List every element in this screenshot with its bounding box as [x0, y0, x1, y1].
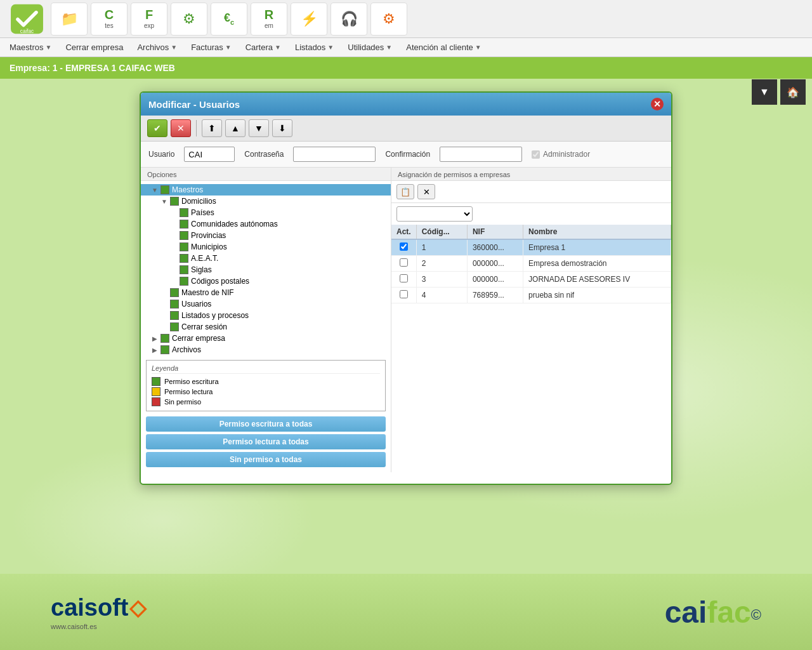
tree-item-maestros[interactable]: ▼ Maestros: [141, 184, 391, 196]
rem-icon: R: [265, 8, 273, 21]
caisoft-logo: caisoft ◇ www.caisoft.es: [51, 594, 146, 630]
tree-item-listados[interactable]: Listados y procesos: [141, 310, 391, 321]
empresa-dropdown[interactable]: [396, 206, 473, 222]
caifac-logo-icon: caifac: [10, 3, 44, 35]
menu-cerrar-empresa[interactable]: Cerrar empresa: [59, 40, 129, 55]
menu-cartera[interactable]: Cartera ▼: [239, 40, 287, 55]
settings2-button[interactable]: ⚙: [370, 3, 407, 36]
chk-municipios[interactable]: [180, 242, 188, 251]
expand-cerrarempresa-icon: ▶: [150, 334, 159, 343]
x-icon: ✕: [177, 123, 185, 133]
menu-archivos[interactable]: Archivos ▼: [131, 40, 183, 55]
ctes-button[interactable]: C tes: [91, 3, 128, 36]
last-record-button[interactable]: ⬇: [272, 119, 292, 137]
row1-nombre: Empresa 1: [523, 239, 671, 256]
cancel-button[interactable]: ✕: [171, 119, 191, 137]
action-buttons: Permiso escritura a todas Permiso lectur…: [141, 416, 391, 472]
row3-act: [391, 272, 416, 288]
caisoft-url: www.caisoft.es: [51, 623, 97, 630]
tree-item-cerrar-sesion[interactable]: Cerrar sesión: [141, 321, 391, 333]
opciones-title: Opciones: [141, 168, 391, 181]
administrador-checkbox[interactable]: [532, 150, 540, 159]
legend-escritura-label: Permiso escritura: [164, 378, 219, 385]
tree-item-comunidades[interactable]: Comunidades autónomas: [141, 218, 391, 230]
chk-provincias[interactable]: [180, 231, 188, 240]
tree-item-cerrar-empresa[interactable]: ▶ Cerrar empresa: [141, 333, 391, 344]
main-area: Modificar - Usuarios ✕ ✔ ✕ ⬆ ▲ ▼ ⬇: [0, 79, 812, 599]
facturas-arrow: ▼: [225, 44, 232, 51]
ctes-label: tes: [105, 22, 113, 29]
nav-dropdown-icon: ▼: [759, 86, 769, 98]
expand-domicilios-icon: ▼: [160, 197, 169, 206]
fexp-button[interactable]: F exp: [131, 3, 167, 36]
euro-icon: €c: [224, 12, 234, 26]
confirmacion-label: Confirmación: [385, 150, 430, 159]
menu-atencion[interactable]: Atención al cliente ▼: [400, 40, 487, 55]
chk-cerrar-sesion[interactable]: [170, 322, 179, 331]
chk-aeat[interactable]: [180, 254, 188, 263]
administrador-checkbox-group: Administrador: [532, 150, 590, 159]
chk-archivos[interactable]: [160, 345, 169, 354]
tree-item-usuarios[interactable]: Usuarios: [141, 298, 391, 310]
tree-item-siglas[interactable]: Siglas: [141, 264, 391, 275]
perm-escritura-todas-button[interactable]: Permiso escritura a todas: [146, 416, 386, 432]
sin-permiso-todas-button[interactable]: Sin permiso a todas: [146, 452, 386, 467]
first-record-button[interactable]: ⬆: [202, 119, 222, 137]
menu-listados[interactable]: Listados ▼: [289, 40, 340, 55]
permissions-tree[interactable]: ▼ Maestros ▼ Domicilios Países: [141, 181, 391, 355]
contrasena-input[interactable]: [293, 147, 376, 162]
nav-dropdown-button[interactable]: ▼: [752, 79, 777, 105]
tree-item-paises[interactable]: Países: [141, 207, 391, 218]
chk-usuarios[interactable]: [170, 300, 179, 308]
nav-home-button[interactable]: 🏠: [780, 79, 806, 105]
chk-maestros[interactable]: [160, 185, 169, 194]
table-row[interactable]: 2 000000... Empresa demostración: [391, 256, 671, 272]
settings1-button[interactable]: ⚙: [171, 3, 207, 36]
chk-siglas[interactable]: [180, 265, 188, 274]
perm-remove-button[interactable]: ✕: [417, 184, 435, 199]
tree-item-codigos-postales[interactable]: Códigos postales: [141, 275, 391, 287]
menu-maestros[interactable]: Maestros ▼: [3, 40, 58, 55]
tree-item-archivos[interactable]: ▶ Archivos: [141, 344, 391, 355]
th-nif: NIF: [467, 225, 523, 239]
expand-archivos-icon: ▶: [150, 345, 159, 354]
chk-maestro-nif[interactable]: [170, 288, 179, 297]
next-icon: ▼: [254, 123, 263, 133]
chk-domicilios[interactable]: [170, 197, 179, 206]
perm-add-button[interactable]: 📋: [396, 184, 414, 199]
table-row[interactable]: 4 768959... prueba sin nif: [391, 288, 671, 303]
next-record-button[interactable]: ▼: [249, 119, 269, 137]
usuario-input[interactable]: [184, 147, 235, 162]
table-row[interactable]: 3 000000... JORNADA DE ASESORES IV: [391, 272, 671, 288]
tree-item-maestro-nif[interactable]: Maestro de NIF: [141, 287, 391, 298]
company-label: Empresa: 1 - EMPRESA 1 CAIFAC WEB: [10, 63, 175, 73]
table-row[interactable]: 1 360000... Empresa 1: [391, 239, 671, 256]
euro-button[interactable]: €c: [211, 3, 247, 36]
tree-item-domicilios[interactable]: ▼ Domicilios: [141, 196, 391, 207]
rem-button[interactable]: R em: [251, 3, 287, 36]
dialog-titlebar: Modificar - Usuarios ✕: [141, 93, 671, 116]
legend-lectura-label: Permiso lectura: [164, 388, 213, 395]
checkmark-icon: ✔: [154, 123, 161, 133]
confirmacion-input[interactable]: [440, 147, 522, 162]
prev-record-button[interactable]: ▲: [225, 119, 246, 137]
chk-comunidades[interactable]: [180, 220, 188, 229]
chk-paises[interactable]: [180, 208, 188, 217]
maestros-arrow: ▼: [45, 44, 51, 51]
tree-item-municipios[interactable]: Municipios: [141, 241, 391, 253]
jconsulta-button[interactable]: ⚡: [291, 3, 327, 36]
menu-utilidades[interactable]: Utilidades ▼: [341, 40, 398, 55]
perm-lectura-todas-button[interactable]: Permiso lectura a todas: [146, 434, 386, 449]
folder-button[interactable]: 📁: [51, 3, 88, 36]
dialog-close-button[interactable]: ✕: [651, 98, 664, 110]
tree-item-provincias[interactable]: Provincias: [141, 230, 391, 241]
first-icon: ⬆: [208, 123, 216, 133]
chk-listados[interactable]: [170, 311, 179, 320]
chk-cerrar-empresa[interactable]: [160, 334, 169, 343]
headset-button[interactable]: 🎧: [331, 3, 367, 36]
chk-codigos-postales[interactable]: [180, 277, 188, 286]
menu-facturas[interactable]: Facturas ▼: [185, 40, 237, 55]
prev-icon: ▲: [231, 123, 240, 133]
confirm-button[interactable]: ✔: [147, 119, 167, 137]
tree-item-aeat[interactable]: A.E.A.T.: [141, 253, 391, 264]
